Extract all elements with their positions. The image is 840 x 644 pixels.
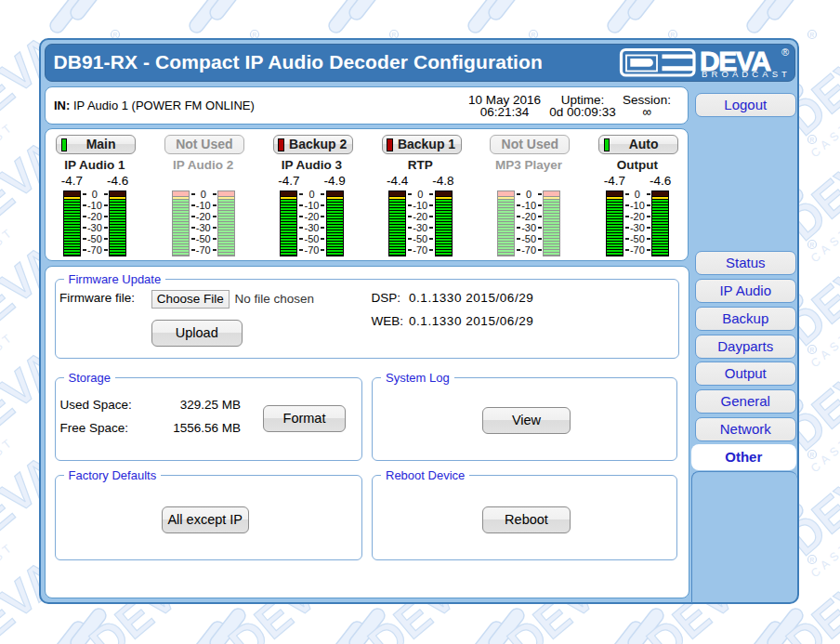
svg-text:®: ® (781, 46, 789, 58)
svg-text:BROADCAST: BROADCAST (702, 69, 791, 79)
